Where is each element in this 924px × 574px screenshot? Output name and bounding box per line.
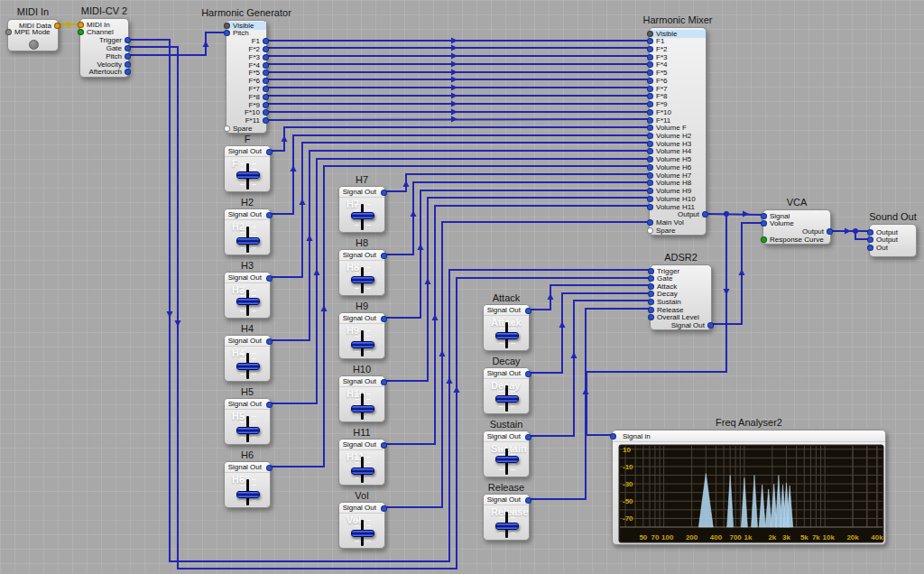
freq-analyser2[interactable]: Signal in10-10-30-50-7050701002004007001…: [612, 430, 886, 545]
wire-hm-output-to-vca[interactable]: [707, 214, 762, 215]
slider-h8[interactable]: Signal OutH8: [338, 249, 385, 296]
harmonic-generator-pin-f-2[interactable]: [263, 46, 269, 52]
slider-h9-signal-out-pin[interactable]: [381, 316, 387, 322]
vca-pin-signal[interactable]: [761, 213, 767, 219]
slider-attack-signal-out-pin[interactable]: [525, 308, 531, 314]
wire-vol-f[interactable]: [271, 127, 649, 151]
vca[interactable]: SignalVolumeOutputResponse Curve: [762, 209, 831, 245]
slider-h5[interactable]: Signal OutH5: [224, 398, 271, 445]
slider-vol[interactable]: Signal OutVol: [338, 502, 385, 549]
harmonic-mixer-pin-f-9[interactable]: [647, 101, 653, 107]
slider-f-signal-out-pin[interactable]: [266, 149, 273, 155]
harmonic-generator-pin-f-3[interactable]: [263, 54, 269, 60]
midi-cv-2-pin-midi-in[interactable]: [78, 22, 84, 28]
harmonic-generator-pin-visible[interactable]: [224, 23, 230, 29]
midi-cv-2-pin-pitch[interactable]: [125, 53, 131, 60]
slider-h10-handle[interactable]: [351, 405, 374, 412]
harmonic-mixer-pin-volume-h3[interactable]: [647, 141, 653, 147]
adsr2-pin-attack[interactable]: [648, 283, 654, 290]
harmonic-mixer-pin-f-10[interactable]: [647, 109, 653, 116]
slider-release-handle[interactable]: [495, 523, 519, 530]
harmonic-mixer[interactable]: VisibleF1F*2F*3F*4F*5F*6F*7F*8F*9F*10F*1…: [649, 27, 707, 236]
slider-h2-handle[interactable]: [236, 237, 260, 245]
wire-decay[interactable]: [530, 293, 650, 373]
slider-h8-handle[interactable]: [351, 276, 374, 283]
slider-sustain[interactable]: Signal OutSustain: [483, 430, 530, 477]
harmonic-generator-pin-f-8[interactable]: [263, 94, 269, 100]
adsr2-pin-release[interactable]: [648, 307, 654, 313]
wire-vol-h4[interactable]: [271, 151, 649, 340]
slider-h11-signal-out-pin[interactable]: [381, 442, 387, 449]
slider-h7[interactable]: Signal OutH7: [338, 186, 385, 233]
harmonic-mixer-pin-volume-h6[interactable]: [647, 164, 653, 171]
midi-in-pin-mpe-mode[interactable]: [5, 29, 12, 35]
slider-h6-handle[interactable]: [236, 491, 260, 498]
slider-h11[interactable]: Signal OutH11: [338, 439, 385, 486]
slider-h2-signal-out-pin[interactable]: [266, 212, 273, 218]
slider-h5-signal-out-pin[interactable]: [266, 402, 273, 408]
harmonic-mixer-pin-f-2[interactable]: [647, 46, 653, 52]
slider-h3-signal-out-pin[interactable]: [266, 275, 273, 282]
slider-h5-handle[interactable]: [236, 427, 260, 434]
slider-attack-handle[interactable]: [495, 332, 519, 339]
patch-canvas[interactable]: MIDI InMIDI DataMPE ModeMIDI-CV 2MIDI In…: [0, 0, 924, 574]
midi-in[interactable]: MIDI DataMPE Mode: [7, 19, 59, 51]
slider-h6-signal-out-pin[interactable]: [266, 465, 273, 471]
harmonic-mixer-pin-volume-h7[interactable]: [647, 172, 653, 179]
wire-attack[interactable]: [530, 285, 650, 310]
adsr2[interactable]: TriggerGateAttackDecaySustainReleaseOver…: [650, 264, 712, 330]
slider-h3[interactable]: Signal OutH3: [224, 272, 271, 319]
midi-in-knob[interactable]: [29, 40, 39, 50]
sound-out[interactable]: OutputOutputOut: [869, 224, 917, 257]
slider-vol-handle[interactable]: [351, 530, 374, 537]
wire-vol-h3[interactable]: [271, 143, 649, 277]
wire-sustain[interactable]: [530, 301, 650, 436]
freq-analyser2-signal-in-pin[interactable]: [610, 433, 616, 440]
slider-release-signal-out-pin[interactable]: [525, 497, 531, 504]
wire-adsr2-to-vca-volume[interactable]: [712, 223, 762, 324]
wire-vol-h8[interactable]: [385, 182, 649, 255]
slider-sustain-signal-out-pin[interactable]: [525, 434, 531, 440]
slider-vol-signal-out-pin[interactable]: [381, 505, 387, 512]
slider-h3-handle[interactable]: [236, 298, 260, 305]
slider-h7-handle[interactable]: [351, 212, 374, 219]
harmonic-mixer-pin-f-6[interactable]: [647, 78, 653, 84]
slider-decay-handle[interactable]: [495, 395, 519, 403]
slider-h7-signal-out-pin[interactable]: [381, 190, 387, 196]
slider-h6[interactable]: Signal OutH6: [224, 461, 271, 508]
wire-vol-h5[interactable]: [271, 159, 649, 403]
harmonic-mixer-pin-volume-h11[interactable]: [647, 204, 653, 210]
midi-cv-2[interactable]: MIDI InChannelTriggerGatePitchVelocityAf…: [79, 18, 129, 78]
slider-attack[interactable]: Signal OutAttack: [483, 304, 530, 351]
adsr2-pin-signal-out[interactable]: [707, 322, 714, 329]
adsr2-pin-trigger[interactable]: [648, 268, 654, 274]
midi-in-pin-midi-data[interactable]: [54, 23, 60, 29]
wire-gate-to-adsr2[interactable]: [129, 47, 650, 569]
harmonic-mixer-pin-main-vol[interactable]: [647, 219, 653, 226]
harmonic-generator-pin-f-9[interactable]: [263, 102, 269, 108]
wire-vol-h10[interactable]: [385, 198, 649, 381]
harmonic-generator-pin-spare[interactable]: [224, 125, 230, 132]
slider-h4-signal-out-pin[interactable]: [266, 338, 273, 345]
slider-release[interactable]: Signal OutRelease: [483, 494, 530, 541]
harmonic-generator[interactable]: VisiblePitchF1F*2F*3F*4F*5F*6F*7F*8F*9F*…: [226, 20, 267, 134]
slider-h10-signal-out-pin[interactable]: [381, 379, 387, 385]
harmonic-mixer-pin-visible[interactable]: [647, 31, 653, 37]
slider-decay-signal-out-pin[interactable]: [525, 371, 531, 377]
slider-h4[interactable]: Signal OutH4: [224, 335, 271, 382]
harmonic-mixer-pin-spare[interactable]: [647, 227, 653, 234]
sound-out-pin-output[interactable]: [867, 229, 873, 236]
slider-h9[interactable]: Signal OutH9: [338, 312, 385, 359]
wire-trigger-to-adsr2[interactable]: [129, 40, 650, 561]
harmonic-generator-pin-f-7[interactable]: [263, 86, 269, 92]
slider-h10[interactable]: Signal OutH10: [338, 375, 385, 422]
slider-sustain-handle[interactable]: [495, 456, 519, 463]
adsr2-pin-sustain[interactable]: [648, 299, 654, 305]
harmonic-mixer-pin-f-7[interactable]: [647, 86, 653, 92]
wire-vol-h6[interactable]: [271, 166, 649, 467]
slider-h4-handle[interactable]: [236, 363, 260, 370]
slider-h8-signal-out-pin[interactable]: [381, 253, 387, 259]
slider-decay[interactable]: Signal OutDecay: [483, 367, 530, 414]
harmonic-mixer-pin-f-11[interactable]: [647, 117, 653, 124]
harmonic-mixer-pin-volume-h2[interactable]: [647, 133, 653, 139]
